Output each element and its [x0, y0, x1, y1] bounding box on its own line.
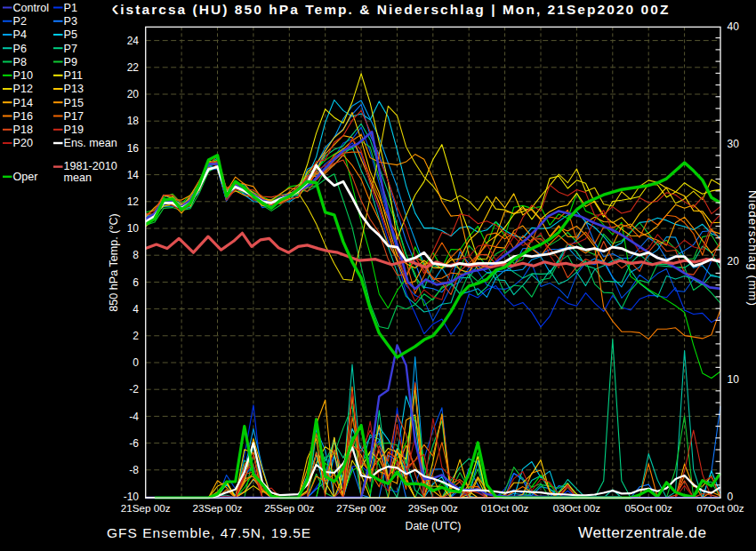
svg-text:6: 6 [133, 276, 139, 289]
svg-text:Control: Control [13, 2, 50, 14]
svg-text:P20: P20 [13, 137, 33, 149]
svg-text:P18: P18 [13, 124, 33, 136]
svg-text:P11: P11 [64, 69, 83, 82]
svg-text:Wetterzentrale.de: Wetterzentrale.de [578, 523, 707, 541]
svg-text:P4: P4 [13, 28, 27, 41]
svg-text:01Oct 00z: 01Oct 00z [481, 502, 528, 514]
svg-text:40: 40 [728, 20, 740, 33]
svg-text:P8: P8 [13, 56, 27, 68]
svg-text:-2: -2 [129, 383, 139, 395]
svg-text:Date (UTC): Date (UTC) [406, 520, 462, 532]
svg-text:P1: P1 [64, 2, 77, 14]
svg-text:30: 30 [728, 138, 740, 150]
svg-text:P14: P14 [13, 97, 33, 109]
svg-text:0: 0 [133, 356, 139, 369]
svg-text:03Oct 00z: 03Oct 00z [553, 502, 600, 514]
svg-text:P5: P5 [64, 28, 77, 41]
svg-text:07Oct 00z: 07Oct 00z [696, 502, 744, 514]
svg-text:20: 20 [728, 255, 740, 268]
svg-text:05Oct 00z: 05Oct 00z [625, 502, 672, 514]
svg-text:P6: P6 [13, 43, 27, 55]
svg-text:mean: mean [64, 172, 92, 184]
svg-text:Kistarcsa (HU) 850 hPa Temp.: Kistarcsa (HU) 850 hPa Temp. & Niedersch… [109, 2, 670, 17]
svg-text:P12: P12 [13, 83, 33, 95]
svg-text:24: 24 [127, 35, 140, 47]
svg-text:10: 10 [127, 222, 140, 235]
svg-text:16: 16 [127, 142, 140, 155]
svg-text:-4: -4 [129, 411, 139, 423]
svg-text:Niederschlag (mm): Niederschlag (mm) [746, 190, 756, 307]
svg-text:10: 10 [728, 373, 740, 386]
svg-text:14: 14 [127, 169, 140, 181]
svg-text:4: 4 [133, 303, 139, 315]
svg-text:-8: -8 [129, 464, 139, 476]
svg-text:P19: P19 [64, 124, 84, 136]
svg-text:29Sep 00z: 29Sep 00z [408, 502, 458, 514]
svg-text:22: 22 [127, 61, 140, 74]
svg-text:P9: P9 [64, 56, 77, 68]
svg-text:P10: P10 [13, 69, 33, 82]
svg-text:850 hPa Temp. (°C): 850 hPa Temp. (°C) [108, 213, 120, 312]
svg-text:12: 12 [127, 196, 140, 208]
svg-text:P7: P7 [64, 43, 77, 55]
svg-text:8: 8 [133, 249, 139, 261]
svg-text:23Sep 00z: 23Sep 00z [193, 502, 243, 514]
svg-text:P13: P13 [64, 83, 84, 95]
svg-text:P17: P17 [64, 110, 84, 123]
svg-text:P3: P3 [64, 15, 77, 28]
svg-text:P2: P2 [13, 15, 27, 28]
svg-text:Ens. mean: Ens. mean [64, 137, 117, 149]
svg-text:18: 18 [127, 115, 140, 127]
svg-text:GFS Ensemble, 47.5N, 19.5E: GFS Ensemble, 47.5N, 19.5E [107, 525, 311, 540]
svg-text:27Sep 00z: 27Sep 00z [336, 502, 386, 514]
svg-text:Oper: Oper [13, 171, 38, 183]
svg-text:25Sep 00z: 25Sep 00z [264, 502, 314, 514]
svg-text:P15: P15 [64, 97, 84, 109]
svg-text:-6: -6 [129, 437, 139, 450]
svg-text:20: 20 [127, 88, 140, 100]
svg-text:21Sep 00z: 21Sep 00z [121, 502, 171, 514]
svg-text:2: 2 [133, 330, 139, 342]
svg-text:P16: P16 [13, 110, 33, 123]
